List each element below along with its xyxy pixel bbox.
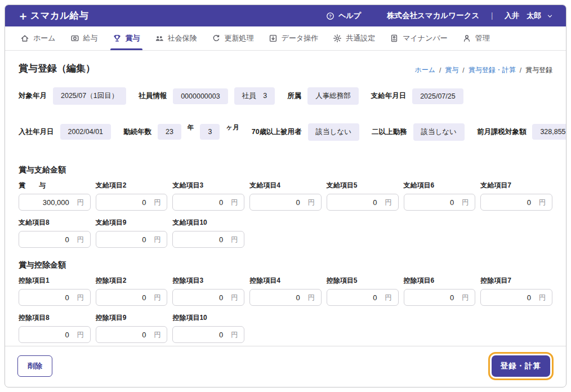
breadcrumb: ホーム/賞与/賞与登録・計算/賞与登録 — [414, 65, 552, 75]
info-value-chip: 2002/04/01 — [60, 124, 111, 140]
deduction-input-6[interactable]: 0円 — [404, 289, 476, 306]
info-row-1: 対象年月2025/07（1回目）社員情報0000000003社員 3所属人事総務… — [19, 87, 552, 105]
nav-tab-2[interactable]: 給与 — [63, 26, 105, 50]
deduction-value: 0 — [296, 293, 300, 302]
yen-unit-label: 円 — [308, 198, 315, 207]
deduction-field-label: 控除項目3 — [172, 276, 244, 286]
payment-input-8[interactable]: 0円 — [19, 231, 91, 248]
nav-tab-1[interactable]: ホーム — [13, 26, 63, 50]
info-item: 二以上勤務該当しない — [372, 123, 465, 141]
deduction-field-6: 控除項目60円 — [404, 276, 476, 306]
breadcrumb-separator: / — [520, 66, 521, 74]
payment-input-4[interactable]: 0円 — [249, 194, 322, 211]
deduction-field-8: 控除項目80円 — [19, 313, 91, 343]
nav-tab-6[interactable]: データ操作 — [261, 26, 326, 50]
info-item: 入社年月日2002/04/01 — [19, 124, 111, 140]
nav-tab-label: 賞与 — [126, 33, 140, 43]
payment-field-label: 支給項目6 — [404, 181, 476, 190]
payment-value: 0 — [219, 198, 223, 207]
yen-unit-label: 円 — [385, 198, 392, 207]
payment-field-4: 支給項目40円 — [249, 181, 322, 211]
payment-input-6[interactable]: 0円 — [404, 194, 476, 211]
nav-tab-5[interactable]: 更新処理 — [204, 26, 261, 50]
deduction-field-label: 控除項目5 — [327, 276, 399, 286]
logo-plus-icon: ＋ — [17, 10, 29, 21]
help-icon: ? — [326, 12, 334, 20]
deduction-field-label: 控除項目9 — [96, 313, 168, 323]
info-value-chip: 人事総務部 — [307, 87, 359, 105]
nav-tab-9[interactable]: 管理 — [455, 26, 497, 50]
yen-unit-label: 円 — [154, 330, 160, 340]
info-value-chip: 0000000003 — [173, 88, 228, 104]
payment-input-1[interactable]: 300,000円 — [19, 194, 91, 211]
company-name: 株式会社スマカルワークス — [387, 11, 479, 21]
payment-field-label: 支給項目7 — [480, 181, 552, 190]
nav-tab-label: 共通設定 — [346, 33, 375, 43]
yen-unit-label: 円 — [231, 235, 238, 244]
info-label: 二以上勤務 — [372, 127, 407, 137]
payment-field-label: 支給項目2 — [96, 181, 168, 190]
help-button[interactable]: ? ヘルプ — [326, 11, 361, 21]
nav-tab-7[interactable]: 共通設定 — [325, 26, 382, 50]
info-item: 支給年月日2025/07/25 — [371, 88, 463, 104]
deduction-input-10[interactable]: 0円 — [172, 326, 244, 343]
payment-value: 0 — [296, 198, 300, 207]
yen-unit-label: 円 — [308, 293, 315, 302]
payment-field-label: 支給項目10 — [172, 218, 244, 228]
info-label: 社員情報 — [139, 91, 167, 101]
payment-input-2[interactable]: 0円 — [96, 194, 168, 211]
payment-grid: 賞 与300,000円支給項目20円支給項目30円支給項目40円支給項目50円支… — [19, 181, 552, 248]
nav-bar: ホーム給与賞与社会保険更新処理データ操作共通設定マイナンバー管理 — [5, 26, 566, 51]
deduction-section-title: 賞与控除金額 — [19, 260, 552, 270]
deduction-input-9[interactable]: 0円 — [96, 326, 168, 343]
nav-tab-3[interactable]: 賞与 — [105, 26, 148, 50]
yen-unit-label: 円 — [154, 235, 160, 244]
payment-field-7: 支給項目70円 — [480, 181, 552, 211]
user-menu[interactable]: 入井 太郎 — [505, 11, 554, 21]
nav-tab-8[interactable]: マイナンバー — [382, 26, 455, 50]
breadcrumb-item-2[interactable]: 賞与 — [445, 65, 458, 75]
payment-input-7[interactable]: 0円 — [480, 194, 552, 211]
info-unit-label: ヶ月 — [226, 123, 239, 132]
chevron-down-icon — [546, 12, 554, 20]
payment-input-3[interactable]: 0円 — [172, 194, 244, 211]
help-label: ヘルプ — [338, 11, 361, 21]
deduction-input-2[interactable]: 0円 — [96, 289, 168, 306]
breadcrumb-item-3[interactable]: 賞与登録・計算 — [469, 65, 516, 75]
nav-tab-label: 社会保険 — [168, 33, 197, 43]
nav-tab-4[interactable]: 社会保険 — [148, 26, 204, 50]
deduction-input-7[interactable]: 0円 — [480, 289, 552, 306]
nav-tab-label: 管理 — [475, 33, 490, 43]
yen-unit-label: 円 — [77, 330, 84, 340]
deduction-input-1[interactable]: 0円 — [19, 289, 91, 306]
payment-field-3: 支給項目30円 — [172, 181, 244, 211]
yen-unit-label: 円 — [231, 293, 238, 302]
yen-unit-label: 円 — [154, 293, 160, 302]
header-separator: ｜ — [488, 11, 496, 21]
payment-input-9[interactable]: 0円 — [96, 231, 168, 248]
payment-input-10[interactable]: 0円 — [172, 231, 244, 248]
payment-input-5[interactable]: 0円 — [327, 194, 399, 211]
info-row-2: 入社年月日2002/04/01勤続年数23年3ヶ月70歳以上被用者該当しない二以… — [19, 111, 552, 153]
payment-value: 300,000 — [43, 198, 69, 207]
deduction-input-4[interactable]: 0円 — [249, 289, 322, 306]
info-item: 前月課税対象額328,855 — [477, 124, 566, 140]
deduction-input-8[interactable]: 0円 — [19, 326, 91, 343]
deduction-value: 0 — [450, 293, 454, 302]
info-item: 70歳以上被用者該当しない — [252, 123, 359, 141]
deduction-field-4: 控除項目40円 — [249, 276, 322, 306]
delete-button[interactable]: 削除 — [17, 355, 52, 377]
svg-text:?: ? — [329, 14, 332, 19]
deduction-input-5[interactable]: 0円 — [327, 289, 399, 306]
breadcrumb-item-1[interactable]: ホーム — [414, 65, 435, 75]
info-label: 所属 — [287, 91, 301, 101]
payment-field-label: 支給項目3 — [172, 181, 244, 190]
info-value-chip: 23 — [158, 124, 181, 140]
submit-button[interactable]: 登録・計算 — [492, 355, 551, 377]
payment-field-9: 支給項目90円 — [96, 218, 168, 248]
deduction-input-3[interactable]: 0円 — [172, 289, 244, 306]
person-icon — [462, 34, 471, 43]
yen-unit-label: 円 — [77, 235, 84, 244]
deduction-value: 0 — [65, 293, 69, 302]
payment-field-5: 支給項目50円 — [327, 181, 399, 211]
